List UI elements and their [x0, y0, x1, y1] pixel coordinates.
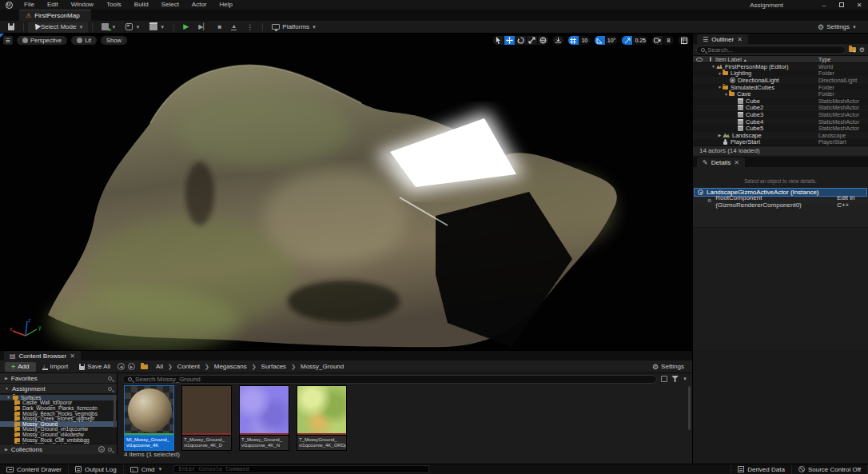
stop-button[interactable]: ■: [213, 22, 227, 33]
type-column-header[interactable]: Type: [818, 57, 868, 62]
outliner-search-input[interactable]: Search...: [696, 46, 846, 54]
rotation-snap-toggle[interactable]: [595, 36, 605, 45]
save-all-button[interactable]: Save All: [74, 362, 115, 372]
breadcrumb-surfaces[interactable]: Surfaces: [258, 363, 290, 370]
menu-select[interactable]: Select: [155, 0, 185, 10]
cinematics-dropdown[interactable]: ▼: [145, 22, 169, 33]
tree-folder-mossy-creek-stones[interactable]: Mossy_Creek_Stones_ujqmejtr: [0, 416, 117, 421]
world-local-toggle[interactable]: [538, 36, 548, 45]
assignment-section-header[interactable]: ▼ Assignment: [0, 384, 117, 394]
select-mode-dropdown[interactable]: Select Mode ▼: [28, 22, 88, 33]
search-icon[interactable]: [108, 448, 112, 452]
move-tool-button[interactable]: [504, 36, 515, 45]
scale-snap-value[interactable]: 0.25: [633, 36, 647, 45]
rotate-tool-button[interactable]: [516, 36, 526, 45]
pin-icon[interactable]: [710, 57, 711, 62]
breadcrumb-megascans[interactable]: Megascans: [211, 363, 250, 370]
grid-snap-toggle[interactable]: [568, 36, 579, 45]
eye-icon[interactable]: [696, 58, 703, 62]
forward-button[interactable]: ►: [128, 363, 135, 370]
outliner-row-cube2[interactable]: Cube2StaticMeshActor: [693, 105, 868, 112]
item-label-column-header[interactable]: Item Label ▲: [715, 57, 818, 62]
output-log-button[interactable]: Output Log: [69, 464, 124, 474]
outliner-row-simulatedcubes[interactable]: ▼SimulatedCubesFolder: [693, 84, 868, 91]
import-button[interactable]: Import: [38, 362, 74, 372]
outliner-row-cube[interactable]: CubeStaticMeshActor: [693, 98, 868, 105]
close-button[interactable]: ✕: [850, 0, 868, 10]
camera-speed-button[interactable]: [652, 36, 663, 45]
menu-build[interactable]: Build: [128, 0, 155, 10]
asset-tile-t-mossy-ground-ordp[interactable]: T_MossyGround_vi1qccumw_4K_ORDp: [297, 385, 347, 451]
outliner-row-landscape[interactable]: ▶LandscapeLandscape: [693, 132, 868, 139]
filter-funnel-icon[interactable]: [671, 376, 679, 382]
outliner-row-lighting[interactable]: ▼LightingFolder: [693, 70, 868, 78]
perspective-dropdown[interactable]: Perspective: [17, 36, 67, 45]
outliner-row-playerstart[interactable]: PlayerStartPlayerStart: [693, 139, 868, 146]
eject-button[interactable]: ▲: [226, 22, 241, 33]
breadcrumb-content[interactable]: Content: [174, 363, 203, 370]
view-mode-dropdown[interactable]: Lit: [71, 36, 97, 45]
camera-speed-value[interactable]: 8: [663, 36, 674, 45]
outliner-row-cube5[interactable]: Cube5StaticMeshActor: [693, 125, 868, 132]
viewport-options-button[interactable]: ☰: [3, 36, 13, 45]
console-command-input[interactable]: Enter Console Command: [173, 465, 429, 473]
search-icon[interactable]: [108, 387, 112, 391]
search-icon[interactable]: [108, 376, 112, 380]
source-control-button[interactable]: Source Control Off: [792, 464, 868, 474]
derived-data-button[interactable]: Derived Data: [731, 464, 792, 474]
platforms-dropdown[interactable]: Platforms ▼: [267, 22, 321, 33]
menu-file[interactable]: File: [18, 0, 41, 10]
settings-dropdown[interactable]: ⚙ Settings ▼: [813, 22, 862, 33]
cmd-dropdown[interactable]: >_ Cmd ▼: [124, 464, 169, 474]
menu-edit[interactable]: Edit: [41, 0, 65, 10]
asset-tile-t-mossy-ground-d[interactable]: T_Mossy_Ground_vi1qccumw_4K_D: [181, 385, 232, 451]
tab-content-browser[interactable]: ▤ Content Browser ✕: [4, 351, 81, 360]
outliner-row-cube4[interactable]: Cube4StaticMeshActor: [693, 118, 868, 125]
content-browser-settings-button[interactable]: ⚙ Settings: [652, 363, 687, 371]
outliner-settings-gear-icon[interactable]: ⚙: [859, 46, 865, 54]
grid-snap-value[interactable]: 10: [579, 36, 590, 45]
surface-snapping-button[interactable]: [553, 36, 563, 45]
menu-window[interactable]: Window: [65, 0, 100, 10]
close-icon[interactable]: ✕: [70, 353, 75, 360]
blueprints-dropdown[interactable]: ▼: [121, 22, 145, 33]
root-component-row[interactable]: ⚙ RootComponent (GizmoRendererComponent0…: [693, 197, 868, 205]
select-tool-button[interactable]: [493, 36, 504, 45]
create-folder-icon[interactable]: [849, 47, 856, 52]
tree-folder-mossy-rock-tmkmdang[interactable]: Mossy_Rock_tmkmdang: [0, 442, 117, 444]
outliner-row-cube3[interactable]: Cube3StaticMeshActor: [693, 111, 868, 118]
add-actor-dropdown[interactable]: ▼: [97, 22, 121, 33]
unreal-logo-icon[interactable]: U: [0, 0, 18, 10]
close-icon[interactable]: ✕: [737, 36, 743, 43]
asset-tile-t-mossy-ground-n[interactable]: T_Mossy_Ground_vi1qccumw_4K_N: [239, 385, 289, 451]
expand-arrow-icon[interactable]: ▼: [711, 64, 716, 69]
maximize-button[interactable]: [833, 0, 850, 10]
outliner-row-directionallight[interactable]: DirectionalLightDirectionalLight: [693, 77, 868, 84]
rotation-snap-value[interactable]: 10°: [606, 36, 618, 45]
expand-arrow-icon[interactable]: ▼: [717, 85, 723, 90]
add-collection-icon[interactable]: +: [98, 446, 105, 452]
back-button[interactable]: ◄: [117, 363, 125, 370]
favorites-section-header[interactable]: ▶ Favorites: [0, 373, 117, 384]
content-drawer-button[interactable]: Content Drawer: [0, 464, 69, 474]
play-options-button[interactable]: ⋮: [241, 22, 258, 33]
minimize-button[interactable]: –: [815, 0, 833, 10]
close-icon[interactable]: ✕: [734, 159, 739, 166]
level-viewport[interactable]: ☰ Perspective Lit Show: [0, 34, 692, 350]
save-button[interactable]: [3, 22, 19, 33]
play-button[interactable]: ▶: [178, 22, 193, 33]
asset-grid-scrollbar[interactable]: [688, 386, 691, 430]
collections-section-header[interactable]: ▶ Collections +: [0, 444, 117, 454]
tab-details[interactable]: ✎ Details ✕: [697, 157, 745, 167]
expand-arrow-icon[interactable]: ▼: [717, 71, 723, 76]
menu-help[interactable]: Help: [213, 0, 239, 10]
add-button[interactable]: +Add: [5, 362, 36, 372]
menu-actor[interactable]: Actor: [185, 0, 213, 10]
asset-search-input[interactable]: Search Mossy_Ground: [122, 375, 657, 384]
outliner-row-firstpersonmap[interactable]: ▼FirstPersonMap (Editor)World: [693, 63, 868, 70]
outliner-row-cave[interactable]: ▼CaveFolder: [693, 90, 868, 98]
expand-arrow-icon[interactable]: ▼: [723, 92, 729, 97]
tab-outliner[interactable]: ☰ Outliner ✕: [697, 34, 748, 44]
maximize-viewport-button[interactable]: [679, 36, 689, 45]
asset-tile-mi-mossy-ground[interactable]: MI_Mossy_Ground_vi1qccumw_4K: [124, 385, 174, 451]
